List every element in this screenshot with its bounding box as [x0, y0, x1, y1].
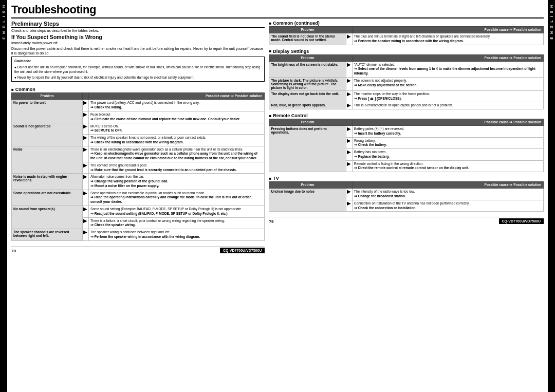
tv-header-problem: Problem [269, 182, 346, 189]
display-header: Problem Possible cause ⇒ Possible soluti… [269, 54, 544, 61]
solution-cell: "AUTO" dimmer is selected. ⇒ Select one … [352, 61, 543, 77]
solution-cell: Some operations are not executable in pa… [88, 190, 265, 206]
caution-item-1: ● Do not use the unit in an irregular co… [14, 65, 262, 74]
common-table-header: Problem Possible cause ⇒ Possible soluti… [12, 93, 265, 100]
common-table: Problem Possible cause ⇒ Possible soluti… [11, 92, 265, 240]
suspect-title: If You Suspect Something is Wrong [11, 34, 265, 40]
solution-cell: The monitor stops on the way to the home… [352, 90, 543, 102]
arrow-cell: ▶ [346, 33, 352, 45]
suspect-text2: Disconnect the power cable and check tha… [11, 46, 265, 55]
table-row: No sound from speaker(s) ▶ Some sound se… [12, 206, 265, 218]
table-row: The brightness of the screen is not stab… [269, 61, 544, 77]
arrow-cell: ▶ [346, 126, 352, 138]
solution-cell: Connection or installation of the TV ant… [352, 200, 543, 212]
solution-cell: Battery poles (+) (−) are reversed. ⇒ In… [352, 126, 543, 138]
left-side-tab: E N G L I S H [0, 0, 7, 392]
left-page-number: 78 [11, 249, 16, 253]
problem-cell: Unclear image due to noise [269, 189, 346, 212]
tv-table: Problem Possible cause ⇒ Possible soluti… [269, 181, 544, 212]
arrow-cell: ▶ [346, 160, 352, 172]
arrow-cell: ▶ [82, 229, 88, 241]
solution-cell: Fuse blowout ⇒ Eliminate the cause of fu… [88, 111, 265, 123]
solution-cell: The wiring of the speaker lines is not c… [88, 135, 265, 146]
tv-section: TV Problem Possible cause ⇒ Possible sol… [269, 176, 544, 212]
problem-cell: Red, blue, or green spots appears. [269, 102, 346, 109]
suspect-text1: Immediately switch power off. [11, 41, 265, 45]
table-row: The display does not go back into the un… [269, 90, 544, 102]
solution-cell: The contact of the ground lead is poor. … [88, 162, 265, 174]
table-row: Some operations are not executable. ▶ So… [12, 190, 265, 206]
right-side-tab-text: E N G L I S H [550, 4, 553, 40]
header-problem: Problem [12, 93, 83, 100]
problem-cell: Some operations are not executable. [12, 190, 83, 206]
solution-cell: Battery has run down. ⇒ Replace the batt… [352, 149, 543, 161]
arrow-cell: ▶ [82, 100, 88, 111]
table-row: Pressing buttons does not perform operat… [269, 126, 544, 138]
arrow-cell: ▶ [82, 206, 88, 218]
problem-cell: The sound field is not clear in the ster… [269, 33, 346, 45]
rc-header-solution: Possible cause ⇒ Possible solution [352, 119, 543, 126]
remote-control-section: Remote Control Problem Possible cause ⇒ … [269, 113, 544, 172]
solution-cell: This is a characteristic of liquid cryst… [352, 102, 543, 109]
problem-cell: No sound from speaker(s) [12, 206, 83, 229]
header-arrow-spacer [82, 93, 88, 100]
solution-cell: There is an electromagnetic-wave generat… [88, 146, 265, 162]
problem-cell: Noise is made in step with engine revolu… [12, 174, 83, 190]
arrow-cell: ▶ [346, 102, 352, 109]
problem-cell: Sound is not generated [12, 123, 83, 146]
problem-cell: The picture is dark. The picture is whit… [269, 77, 346, 90]
arrow-cell: ▶ [82, 146, 88, 162]
caution-box: Cautions: ● Do not use the unit in an ir… [11, 57, 265, 82]
header-solution: Possible cause ⇒ Possible solution [88, 93, 265, 100]
left-column: Preliminary Steps Check and take steps a… [11, 21, 265, 390]
ds-arrow-spacer [346, 54, 352, 61]
tv-header-solution: Possible cause ⇒ Possible solution [352, 182, 543, 189]
page-title: Troubleshooting [11, 3, 96, 16]
arrow-cell: ▶ [346, 189, 352, 200]
cc-header-solution: Possible cause ⇒ Possible solution [352, 27, 543, 33]
solution-cell: The intensity of the radio wave is too l… [352, 189, 543, 200]
solution-cell: Alternator noise comes from the car. ⇒ C… [88, 174, 265, 190]
left-side-tab-text: E N G L I S H [2, 4, 6, 40]
problem-cell: The speaker channels are reversed betwee… [12, 229, 83, 241]
right-page-footer: 79 CQ-VD7700U/VD7500U [269, 217, 544, 224]
caution-title: Cautions: [14, 59, 262, 64]
solution-cell: Wrong battery. ⇒ Check the battery. [352, 137, 543, 149]
table-row: No power to the unit ▶ The power cord (b… [12, 100, 265, 111]
table-row: Unclear image due to noise ▶ The intensi… [269, 189, 544, 200]
tv-section-title: TV [269, 176, 544, 181]
ds-header-problem: Problem [269, 54, 346, 61]
common-section-title: Common [11, 87, 265, 92]
table-row: Sound is not generated ▶ MUTE is set to … [12, 123, 265, 135]
arrow-cell: ▶ [346, 200, 352, 212]
caution-item-2: ● Never try to repair the unit by yourse… [14, 75, 262, 80]
rc-arrow-spacer [346, 119, 352, 126]
preliminary-section: Preliminary Steps Check and take steps a… [11, 21, 265, 83]
ds-header-solution: Possible cause ⇒ Possible solution [352, 54, 543, 61]
common-section: Common Problem Possible cause ⇒ Possible… [11, 87, 265, 240]
main-content: Troubleshooting Preliminary Steps Check … [7, 0, 548, 392]
common-continued-section: Common (continued) Problem Possible caus… [269, 21, 544, 45]
arrow-cell: ▶ [82, 123, 88, 135]
solution-cell: The power cord (battery, ACC and ground)… [88, 100, 265, 111]
common-continued-table: Problem Possible cause ⇒ Possible soluti… [269, 26, 544, 45]
arrow-cell: ▶ [82, 135, 88, 146]
arrow-cell: ▶ [346, 137, 352, 149]
right-column: Common (continued) Problem Possible caus… [269, 21, 544, 390]
solution-cell: The plus and minus terminals at right an… [352, 33, 543, 45]
right-model-number: CQ-VD7700U/VD7500U [499, 218, 544, 224]
table-row: The speaker channels are reversed betwee… [12, 229, 265, 241]
arrow-cell: ▶ [82, 217, 88, 229]
problem-cell: Noise [12, 146, 83, 174]
tv-header: Problem Possible cause ⇒ Possible soluti… [269, 182, 544, 189]
title-bar: Troubleshooting [11, 3, 544, 18]
problem-cell: The brightness of the screen is not stab… [269, 61, 346, 77]
problem-cell: Pressing buttons does not perform operat… [269, 126, 346, 172]
preliminary-intro: Check and take steps as described in the… [11, 28, 265, 33]
table-row: Noise ▶ There is an electromagnetic-wave… [12, 146, 265, 162]
arrow-cell: ▶ [82, 190, 88, 206]
arrow-cell: ▶ [82, 111, 88, 123]
problem-cell: No power to the unit [12, 100, 83, 123]
solution-cell: MUTE is set to ON. ⇒ Set MUTE to OFF. [88, 123, 265, 135]
solution-cell: The screen is not adjusted properly. ⇒ M… [352, 77, 543, 90]
